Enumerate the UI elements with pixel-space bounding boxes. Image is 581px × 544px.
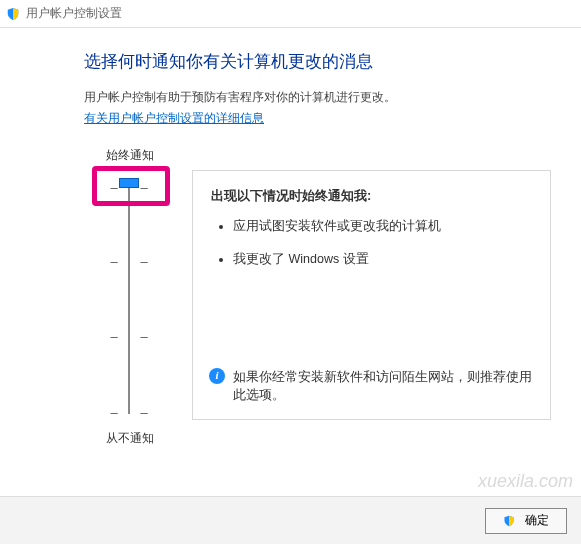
- slider-tick-2: ––: [110, 255, 148, 268]
- recommendation-text: 如果你经常安装新软件和访问陌生网站，则推荐使用此选项。: [233, 368, 534, 406]
- slider-tick-3: ––: [110, 330, 148, 343]
- content-area: 选择何时通知你有关计算机更改的消息 用户帐户控制有助于预防有害程序对你的计算机进…: [0, 28, 581, 447]
- panel-title: 出现以下情况时始终通知我:: [211, 187, 532, 205]
- panel-bullet-list: 应用试图安装软件或更改我的计算机 我更改了 Windows 设置: [233, 217, 532, 269]
- titlebar: 用户帐户控制设置: [0, 0, 581, 28]
- slider-label-top: 始终通知: [106, 147, 551, 164]
- ok-button[interactable]: 确定: [485, 508, 567, 534]
- slider-track: [128, 184, 130, 414]
- info-icon: i: [209, 368, 225, 384]
- slider-tick-4: ––: [110, 406, 148, 419]
- recommendation-row: i 如果你经常安装新软件和访问陌生网站，则推荐使用此选项。: [209, 368, 534, 406]
- slider-row: –– –– –– –– 出现以下情况时始终通知我: 应用试图安装软件或更改我的计…: [84, 170, 551, 420]
- ok-button-label: 确定: [525, 512, 549, 529]
- details-link[interactable]: 有关用户帐户控制设置的详细信息: [84, 110, 264, 127]
- slider-label-bottom: 从不通知: [106, 430, 551, 447]
- panel-bullet: 我更改了 Windows 设置: [233, 250, 532, 269]
- slider-thumb[interactable]: [119, 178, 139, 188]
- level-description-panel: 出现以下情况时始终通知我: 应用试图安装软件或更改我的计算机 我更改了 Wind…: [192, 170, 551, 420]
- footer: 确定: [0, 496, 581, 544]
- shield-icon: [503, 515, 515, 527]
- uac-slider[interactable]: –– –– –– ––: [84, 170, 174, 420]
- description-text: 用户帐户控制有助于预防有害程序对你的计算机进行更改。: [84, 89, 551, 106]
- window-title: 用户帐户控制设置: [26, 5, 122, 22]
- shield-icon: [6, 7, 20, 21]
- watermark: xuexila.com: [478, 471, 573, 492]
- panel-bullet: 应用试图安装软件或更改我的计算机: [233, 217, 532, 236]
- page-heading: 选择何时通知你有关计算机更改的消息: [84, 50, 551, 73]
